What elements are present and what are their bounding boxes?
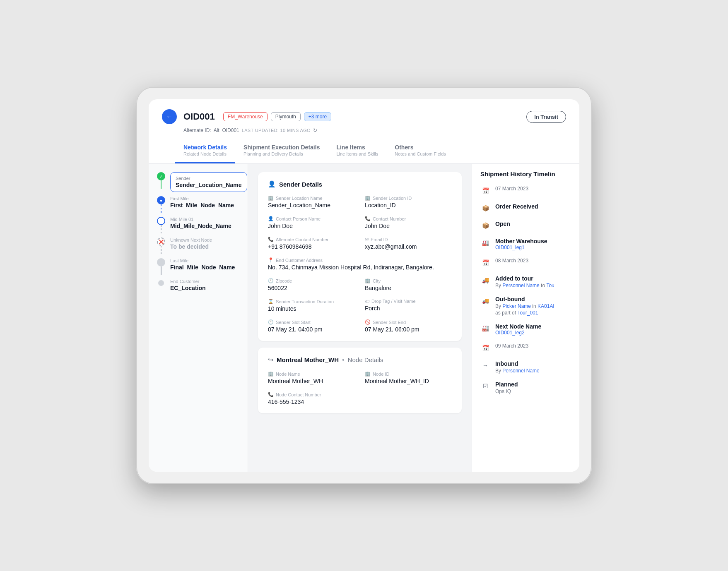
timeline-sub-inbound: By Personnel Name	[495, 368, 571, 374]
personnel-link-2[interactable]: Personnel Name	[502, 368, 539, 374]
timeline-sub-out-bound: By Picker Name in KA01Al	[495, 303, 571, 309]
tab-lineitems[interactable]: Line Items Line Items and Skills	[328, 138, 386, 163]
tour-001-link[interactable]: Tour_001	[517, 310, 538, 316]
node-unknown-icon: ❌	[157, 238, 165, 246]
sender-location-name-icon: 🏢	[268, 195, 274, 201]
field-slot-end: 🚫 Sender Slot End 07 May 21, 06:00 pm	[365, 319, 452, 333]
field-node-id: 🏢 Node ID Montreal Mother_WH_ID	[365, 371, 452, 384]
header: ← OID001 FM_Warehouse Plymouth +3 more I…	[149, 99, 579, 164]
field-slot-start: 🕐 Sender Slot Start 07 May 21, 04:00 pm	[268, 319, 355, 333]
personnel-link-1[interactable]: Personnel Name	[502, 283, 539, 288]
timeline-sub-planned: Ops IQ	[495, 389, 571, 394]
field-zipcode: 🕐 Zipcode 560022	[268, 278, 355, 291]
tab-others[interactable]: Others Notes and Custom Fields	[386, 138, 454, 163]
alt-id-row: Alternate ID: Alt_OID001 LAST UPDATED: 1…	[183, 127, 566, 133]
timeline-next-node-name: Next Node Name	[495, 323, 571, 330]
field-sender-location-id: 🏢 Sender Location ID Location_ID	[365, 195, 452, 209]
connector-mid-mile	[161, 225, 162, 233]
drop-tag-value: Porch	[365, 305, 452, 312]
field-email: ✉ Email ID xyz.abc@gmail.com	[365, 237, 452, 250]
truck-out-icon: 🚚	[480, 296, 490, 306]
timeline-warehouse-link[interactable]: OID001_leg1	[495, 245, 571, 250]
node-last-mile: Last Mile Final_Mile_Node_Name	[157, 258, 239, 279]
slot-end-icon: 🚫	[365, 319, 371, 325]
sender-location-id-value: Location_ID	[365, 202, 452, 209]
tab-others-sub: Notes and Custom Fields	[395, 151, 446, 156]
alt-id-label: Alternate ID:	[183, 127, 211, 133]
field-drop-tag: 🏷 Drop Tag / Visit Name Porch	[365, 299, 452, 312]
node-unknown-name[interactable]: To be decided	[170, 243, 212, 250]
alt-id-value: Alt_OID001	[214, 127, 239, 133]
drop-tag-icon: 🏷	[365, 299, 369, 304]
sender-details-card: 👤 Sender Details 🏢 Sender Location Name …	[258, 172, 462, 341]
node-sender-icon: ✓	[157, 172, 165, 180]
node-mid-mile: Mid Mile 01 Mid_Mile_Node_Name	[157, 217, 239, 238]
back-button[interactable]: ←	[162, 109, 177, 124]
tag-more[interactable]: +3 more	[304, 112, 331, 121]
contact-number-value: John Doe	[365, 223, 452, 229]
calendar-icon-1: 📅	[480, 186, 490, 196]
tag-fm-warehouse[interactable]: FM_Warehouse	[223, 112, 268, 121]
timeline-item-next-node: 🏭 Next Node Name OID001_leg2	[480, 323, 571, 336]
zipcode-value: 560022	[268, 285, 355, 291]
tag-plymouth[interactable]: Plymouth	[271, 112, 301, 121]
timeline-item-open: 📦 Open	[480, 221, 571, 230]
node-id-icon: 🏢	[365, 371, 371, 377]
timeline-event-open: Open	[495, 221, 571, 227]
box-open-icon: 📦	[480, 221, 490, 230]
node-sender-name[interactable]: Sender_Location_Name	[176, 182, 242, 188]
node-last-mile-name[interactable]: Final_Mile_Node_Name	[170, 264, 235, 271]
timeline-item-inbound: → Inbound By Personnel Name	[480, 360, 571, 374]
left-panel: ✓ Sender Sender_Location_Name	[149, 164, 248, 472]
node-last-mile-icon	[157, 258, 165, 266]
tab-shipment[interactable]: Shipment Execution Details Planning and …	[235, 138, 328, 163]
ka01-link[interactable]: KA01Al	[538, 303, 554, 309]
timeline-event-inbound: Inbound	[495, 360, 571, 367]
calendar-icon-2: 📅	[480, 258, 490, 268]
node-contact-icon: 📞	[268, 392, 274, 397]
timeline-panel: Shipment History Timelin 📅 07 March 2023…	[472, 164, 579, 472]
timeline-item-planned: ☑ Planned Ops IQ	[480, 381, 571, 394]
contact-person-name-value: John Doe	[268, 223, 355, 229]
node-end-customer-name[interactable]: EC_Location	[170, 285, 206, 291]
box-icon: 📦	[480, 203, 490, 213]
last-updated: LAST UPDATED: 10 MINS AGO	[242, 128, 311, 133]
timeline-date-1: 07 March 2023	[495, 186, 571, 192]
node-first-mile-name[interactable]: First_Mile_Node_Name	[170, 202, 234, 209]
picker-link[interactable]: Picker Name	[502, 303, 531, 309]
timeline-sub-added-to-tour: By Personnel Name to Tou	[495, 283, 571, 288]
tour-link-1[interactable]: Tou	[546, 283, 554, 288]
node-name-icon: 🏢	[268, 371, 274, 377]
tab-network[interactable]: Network Details Related Node Details	[175, 138, 235, 163]
node-end-customer-icon	[158, 280, 164, 286]
field-sender-location-name: 🏢 Sender Location Name Sender_Location_N…	[268, 195, 355, 209]
warehouse-icon-1: 🏭	[480, 238, 490, 248]
node-first-mile-icon: ●	[157, 196, 165, 204]
tab-network-sub: Related Node Details	[183, 151, 227, 156]
timeline-event-planned: Planned	[495, 381, 571, 388]
transaction-duration-value: 10 minutes	[268, 305, 355, 312]
slot-end-value: 07 May 21, 06:00 pm	[365, 326, 452, 333]
check-box-icon: ☑	[480, 381, 490, 391]
timeline-leg2-link[interactable]: OID001_leg2	[495, 330, 571, 336]
sender-location-name-value: Sender_Location_Name	[268, 202, 355, 209]
tab-network-label: Network Details	[183, 144, 227, 151]
node-name-value: Montreal Mother_WH	[268, 378, 355, 384]
connector-unknown	[161, 246, 162, 254]
timeline-date-3: 09 March 2023	[495, 343, 571, 349]
order-id: OID001	[183, 111, 215, 122]
address-icon: 📍	[268, 257, 274, 263]
timeline-warehouse-name: Mother Warehouse	[495, 238, 571, 245]
timeline-date-2: 08 March 2023	[495, 258, 571, 264]
timeline-item-date1: 📅 07 March 2023	[480, 186, 571, 196]
node-first-mile-label: First Mile	[170, 196, 234, 201]
timeline-item-order-received: 📦 Order Received	[480, 203, 571, 213]
tab-bar: Network Details Related Node Details Shi…	[162, 138, 566, 163]
email-icon: ✉	[365, 237, 369, 242]
timeline-item-added-to-tour: 🚚 Added to tour By Personnel Name to Tou	[480, 275, 571, 288]
field-contact-number: 📞 Contact Number John Doe	[365, 216, 452, 229]
tab-lineitems-sub: Line Items and Skills	[336, 151, 378, 156]
node-details-title: Montreal Mother_WH	[277, 356, 339, 363]
node-mid-mile-name[interactable]: Mid_Mile_Node_Name	[170, 223, 231, 229]
refresh-icon[interactable]: ↻	[313, 127, 317, 133]
